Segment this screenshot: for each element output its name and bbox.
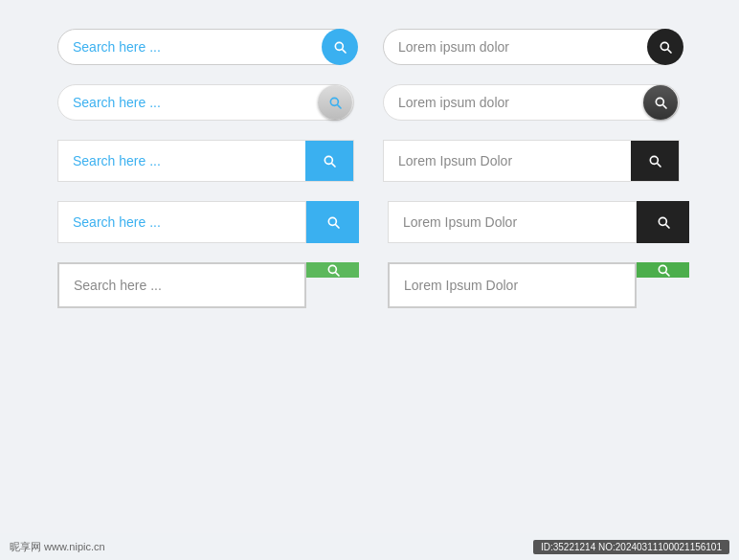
search-group-5-right: [388, 262, 689, 308]
search-box-3-left: [57, 140, 354, 182]
search-box-2-right: [383, 84, 680, 121]
search-icon: [325, 214, 341, 230]
search-input-3-left[interactable]: [58, 141, 305, 181]
search-input-2-left[interactable]: [58, 85, 353, 120]
search-group-5-left: [57, 262, 359, 308]
search-box-4-left: [57, 201, 306, 243]
search-input-4-left[interactable]: [58, 202, 305, 242]
search-box-5-left: [57, 262, 306, 308]
row-3: [57, 140, 682, 182]
row-4: [57, 201, 682, 243]
search-input-3-right[interactable]: [384, 141, 631, 181]
search-input-2-right[interactable]: [384, 85, 679, 120]
row-2: [57, 84, 682, 121]
search-input-1-left[interactable]: [58, 30, 353, 64]
search-box-5-right: [388, 262, 637, 308]
search-icon: [656, 214, 671, 230]
search-button-5-right[interactable]: [637, 262, 689, 278]
search-group-4-left: [57, 201, 359, 243]
watermark-bar: 昵享网 www.nipic.cn ID:35221214 NO:20240311…: [0, 533, 739, 560]
search-icon: [332, 39, 347, 55]
watermark-left-text: 昵享网 www.nipic.cn: [10, 540, 105, 554]
search-icon: [322, 153, 337, 168]
search-button-4-left[interactable]: [306, 201, 359, 243]
search-box-1-left: [57, 29, 354, 65]
search-button-4-right[interactable]: [637, 201, 689, 243]
search-icon: [647, 153, 662, 168]
search-icon: [325, 262, 341, 278]
search-button-5-left[interactable]: [306, 262, 359, 278]
search-box-4-right: [388, 201, 637, 243]
watermark-right-text: ID:35221214 NO:20240311100021156101: [533, 540, 729, 554]
row-1: [57, 29, 682, 65]
search-button-3-left[interactable]: [305, 141, 353, 181]
search-box-3-right: [383, 140, 680, 182]
search-input-5-right[interactable]: [390, 264, 635, 306]
search-icon: [653, 95, 668, 110]
search-input-4-right[interactable]: [389, 202, 636, 242]
search-button-2-right[interactable]: [643, 85, 678, 120]
search-input-1-right[interactable]: [384, 30, 679, 64]
search-button-1-right[interactable]: [647, 29, 683, 65]
search-box-2-left: [57, 84, 354, 121]
search-box-1-right: [383, 29, 680, 65]
search-button-1-left[interactable]: [322, 29, 358, 65]
search-button-2-left[interactable]: [318, 85, 352, 120]
main-container: [0, 0, 739, 337]
search-icon: [327, 95, 343, 110]
search-icon: [656, 262, 671, 278]
search-group-4-right: [388, 201, 689, 243]
search-input-5-left[interactable]: [59, 264, 304, 306]
search-icon: [658, 39, 673, 55]
search-button-3-right[interactable]: [631, 141, 679, 181]
row-5: [57, 262, 682, 308]
